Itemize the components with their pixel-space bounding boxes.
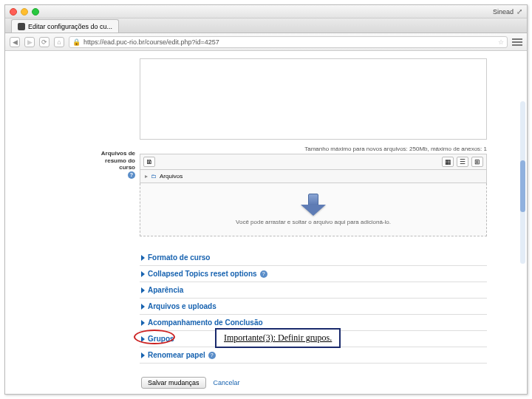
section-link[interactable]: Aparência — [148, 286, 183, 294]
forward-button[interactable]: ▶ — [24, 37, 35, 47]
view-tree-button[interactable]: ⊞ — [471, 157, 483, 167]
save-button[interactable]: Salvar mudanças — [141, 377, 206, 389]
caret-icon — [141, 320, 145, 326]
reload-button[interactable]: ⟳ — [39, 37, 50, 47]
close-window-button[interactable] — [10, 8, 17, 16]
summary-files-label: Arquivos de resumo do curso — [101, 150, 135, 171]
course-summary-textarea[interactable] — [140, 58, 487, 140]
section-aparencia[interactable]: Aparência — [140, 282, 487, 299]
user-label: Sinead — [493, 8, 514, 16]
caret-icon — [141, 304, 145, 310]
caret-icon — [141, 255, 145, 261]
menu-icon[interactable] — [512, 37, 522, 47]
help-icon[interactable]: ? — [128, 171, 135, 179]
section-grupos[interactable]: Grupos Importante(3): Definir grupos. — [140, 331, 487, 347]
mac-titlebar: Sinead ⤢ — [5, 5, 527, 18]
file-dropzone[interactable]: Você pode arrastar e soltar o arquivo aq… — [140, 183, 487, 236]
dropzone-text: Você pode arrastar e soltar o arquivo aq… — [236, 219, 391, 225]
caret-icon — [141, 271, 145, 277]
file-path-bar[interactable]: ▸ 🗀 Arquivos — [140, 170, 487, 183]
address-bar[interactable]: 🔒 https://ead.puc-rio.br/course/edit.php… — [69, 36, 508, 48]
section-link[interactable]: Formato de curso — [148, 253, 210, 262]
file-picker-toolbar: 🗎 ▦ ☰ ⊞ — [140, 154, 487, 170]
caret-right-icon: ▸ — [145, 173, 148, 180]
view-details-button[interactable]: ☰ — [457, 157, 468, 167]
tab-strip: Editar configurações do cu... — [5, 18, 527, 33]
section-renomear-papel[interactable]: Renomear papel ? — [140, 347, 487, 364]
help-icon[interactable]: ? — [260, 270, 267, 278]
section-link[interactable]: Acompanhamento de Conclusão — [148, 318, 263, 327]
scrollbar-thumb[interactable] — [520, 160, 525, 212]
view-icons-button[interactable]: ▦ — [442, 157, 454, 167]
file-size-hint: Tamanho máximo para novos arquivos: 250M… — [140, 146, 487, 152]
favicon-icon — [18, 23, 25, 30]
browser-tab[interactable]: Editar configurações do cu... — [11, 19, 119, 33]
url-text: https://ead.puc-rio.br/course/edit.php?i… — [83, 38, 219, 46]
minimize-window-button[interactable] — [21, 8, 28, 16]
bookmark-icon[interactable]: ☆ — [498, 38, 504, 46]
home-button[interactable]: ⌂ — [54, 37, 64, 47]
add-file-button[interactable]: 🗎 — [143, 157, 155, 167]
section-collapsed-topics[interactable]: Collapsed Topics reset options ? — [140, 266, 487, 282]
back-button[interactable]: ◀ — [10, 37, 20, 47]
cancel-link[interactable]: Cancelar — [214, 379, 240, 386]
section-link[interactable]: Arquivos e uploads — [148, 302, 216, 310]
section-link[interactable]: Renomear papel — [148, 351, 205, 359]
caret-icon — [141, 336, 145, 342]
section-link[interactable]: Collapsed Topics reset options — [148, 270, 257, 278]
section-link[interactable]: Grupos — [148, 335, 174, 343]
tab-title: Editar configurações do cu... — [28, 23, 112, 30]
zoom-window-button[interactable] — [32, 8, 39, 16]
download-arrow-icon — [301, 194, 326, 216]
section-arquivos-uploads[interactable]: Arquivos e uploads — [140, 299, 487, 315]
annotation-callout: Importante(3): Definir grupos. — [215, 328, 341, 348]
section-formato-curso[interactable]: Formato de curso — [140, 250, 487, 266]
folder-icon: 🗀 — [151, 173, 157, 180]
browser-toolbar: ◀ ▶ ⟳ ⌂ 🔒 https://ead.puc-rio.br/course/… — [5, 33, 527, 51]
caret-icon — [141, 287, 145, 293]
files-root-label: Arquivos — [160, 173, 183, 180]
help-icon[interactable]: ? — [208, 352, 216, 359]
lock-icon: 🔒 — [72, 38, 81, 46]
caret-icon — [141, 352, 145, 358]
expand-icon[interactable]: ⤢ — [516, 7, 522, 16]
